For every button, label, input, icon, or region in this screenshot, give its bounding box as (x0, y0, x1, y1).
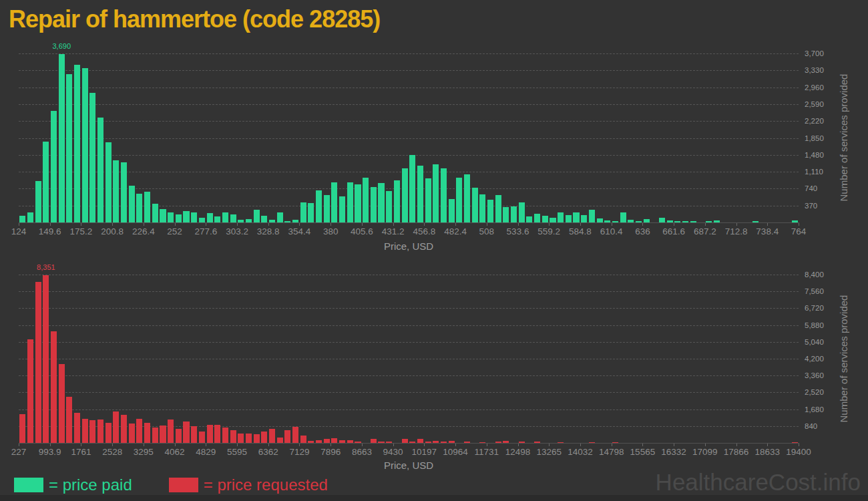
histogram-bar (144, 423, 150, 443)
legend-requested-swatch (169, 478, 198, 492)
x-tick-mark (175, 444, 176, 446)
y-tick-label: 8,400 (805, 271, 845, 279)
legend-paid-label: = price paid (49, 476, 132, 494)
histogram-bar (113, 411, 119, 443)
histogram-bar (284, 430, 290, 443)
histogram-bar (89, 420, 95, 443)
gridline (19, 375, 799, 376)
histogram-bar (27, 339, 33, 443)
histogram-bar (277, 438, 283, 443)
x-tick-label: 19400 (777, 447, 820, 457)
histogram-bar (402, 439, 408, 443)
x-tick-mark (81, 444, 81, 446)
histogram-bar (269, 429, 275, 443)
histogram-bar (121, 415, 127, 443)
gridline (19, 409, 799, 410)
histogram-bar (43, 275, 49, 443)
legend-paid-swatch (14, 478, 43, 492)
histogram-bar (168, 420, 174, 443)
histogram-bar (59, 364, 65, 443)
histogram-bar (176, 429, 182, 443)
histogram-bar (19, 414, 25, 443)
histogram-bar (792, 442, 798, 443)
chart-price-requested: 8,351 Price, USD Number of services prov… (0, 0, 868, 501)
x-tick-mark (424, 444, 425, 446)
x-tick-mark (299, 444, 300, 446)
histogram-bar (152, 428, 158, 443)
histogram-bar (136, 419, 142, 443)
x-tick-mark (331, 444, 331, 446)
histogram-bar (238, 434, 244, 443)
histogram-bar (191, 426, 197, 443)
x-tick-mark (767, 444, 768, 446)
histogram-bar (51, 331, 57, 443)
histogram-bar (534, 442, 540, 443)
histogram-bar (183, 422, 189, 443)
gridline (19, 325, 799, 326)
gridline (19, 359, 799, 359)
gridline (19, 392, 799, 393)
x-tick-mark (237, 444, 238, 446)
x-tick-mark (549, 444, 550, 446)
histogram-bar (331, 438, 337, 443)
histogram-bar (495, 442, 501, 443)
x-tick-mark (518, 444, 519, 446)
y-tick-label: 2,520 (805, 388, 845, 396)
legend: = price paid = price requested (14, 475, 328, 495)
x-tick-mark (19, 444, 19, 446)
x-tick-mark (362, 444, 363, 446)
x-tick-mark (144, 444, 144, 446)
x-tick-mark (612, 444, 612, 446)
x-tick-mark (799, 444, 799, 446)
histogram-bar (261, 432, 267, 443)
y-tick-label: 5,040 (805, 338, 845, 346)
histogram-bar (433, 441, 439, 443)
histogram-bar (35, 282, 41, 443)
x-tick-mark (393, 444, 394, 446)
x-tick-mark (736, 444, 737, 446)
y-tick-label: 7,560 (805, 287, 845, 295)
footer-strip (0, 495, 868, 501)
histogram-bar (105, 423, 112, 443)
y-tick-label: 6,720 (805, 304, 845, 312)
histogram-bar (199, 432, 205, 443)
histogram-bar (339, 440, 345, 443)
histogram-bar (316, 440, 322, 443)
histogram-bar (425, 442, 431, 443)
y-tick-label: 3,360 (805, 371, 845, 379)
histogram-bar (378, 442, 384, 443)
x-tick-mark (455, 444, 456, 446)
legend-requested-label: = price requested (204, 476, 328, 494)
histogram-bar (417, 439, 423, 443)
histogram-bar (464, 442, 470, 443)
x-tick-mark (268, 444, 269, 446)
histogram-bar (324, 439, 330, 443)
histogram-bar (82, 419, 88, 443)
x-tick-mark (705, 444, 706, 446)
histogram-bar (230, 430, 236, 443)
gridline (19, 342, 799, 343)
histogram-bar (347, 440, 353, 443)
page: Repair of hammertoe (code 28285) 3,690 P… (0, 0, 868, 501)
gridline (19, 308, 799, 309)
histogram-bar (589, 442, 595, 443)
histogram-bar (503, 441, 509, 443)
y-tick-label: 5,880 (805, 321, 845, 329)
gridline (19, 291, 799, 292)
histogram-bar (292, 427, 298, 443)
histogram-bar (222, 428, 228, 443)
x-tick-mark (50, 444, 51, 446)
x-tick-mark (580, 444, 581, 446)
gridline (19, 426, 799, 427)
histogram-bar (441, 442, 447, 443)
y-tick-label: 4,200 (805, 355, 845, 363)
histogram-bar (558, 442, 564, 443)
histogram-bar (129, 424, 135, 443)
x-tick-mark (112, 444, 113, 446)
histogram-bar (479, 442, 485, 443)
x-tick-mark (642, 444, 643, 446)
histogram-bar (449, 441, 455, 443)
y-tick-label: 1,680 (805, 405, 845, 413)
x-axis-line (19, 443, 799, 444)
x-tick-mark (206, 444, 206, 446)
